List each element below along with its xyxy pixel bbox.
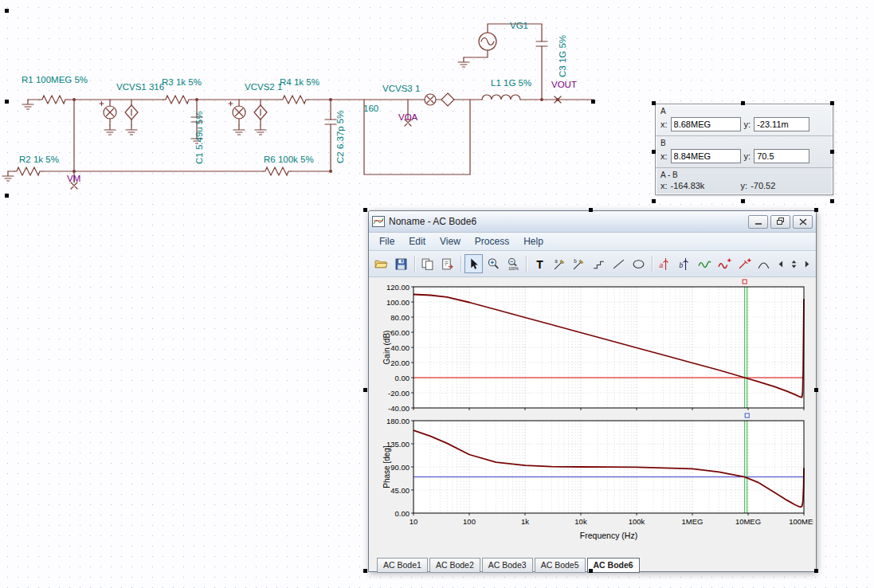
svg-text:0.00: 0.00 [395, 374, 410, 382]
line-button[interactable] [609, 254, 629, 273]
copy-button[interactable] [418, 254, 437, 273]
wire[interactable] [364, 100, 470, 174]
svg-text:Phase [deg]: Phase [deg] [382, 445, 391, 488]
resistor-r2[interactable] [14, 167, 42, 175]
cursor-b-x-input[interactable] [671, 149, 741, 163]
bode-plot[interactable]: 120.00100.0080.0060.0040.0020.000.00-20.… [370, 277, 813, 558]
steps-button[interactable] [590, 254, 609, 273]
resistor-r1[interactable] [40, 96, 68, 104]
zoom-out-100-icon: 100% [507, 257, 520, 271]
svg-text:180.00: 180.00 [386, 417, 410, 425]
resistor-r3[interactable] [163, 96, 191, 104]
selection-handle[interactable] [591, 100, 595, 104]
copy-special-button[interactable] [438, 254, 457, 273]
selection-handle[interactable] [741, 101, 745, 105]
cursor-a-button[interactable]: a [656, 254, 675, 273]
svg-text:a: a [660, 261, 664, 269]
zoom-in-button[interactable] [484, 254, 503, 273]
pen-add-button[interactable] [735, 254, 754, 273]
tab-ac-bode6[interactable]: AC Bode6 [587, 558, 640, 573]
save-button[interactable] [392, 254, 411, 273]
close-button[interactable] [793, 215, 813, 229]
zoom-out-100-button[interactable]: 100% [504, 254, 523, 273]
cursor-a-y-input[interactable] [754, 117, 809, 131]
resistor-r4[interactable] [280, 96, 308, 104]
selection-handle[interactable] [814, 569, 818, 573]
svg-text:0.00: 0.00 [395, 509, 410, 518]
tab-ac-bode5[interactable]: AC Bode5 [535, 558, 586, 573]
ground-symbol[interactable] [22, 100, 33, 109]
titlebar[interactable]: Noname - AC Bode6 [369, 211, 816, 233]
selection-handle[interactable] [741, 199, 745, 203]
wire[interactable] [464, 24, 542, 57]
selection-handle[interactable] [5, 194, 9, 198]
selection-handle[interactable] [830, 199, 834, 203]
svg-text:100%: 100% [508, 267, 519, 271]
ground-symbol[interactable] [104, 125, 116, 135]
spinner-button[interactable] [788, 254, 800, 273]
menu-view[interactable]: View [433, 234, 468, 249]
pin-vm[interactable] [71, 182, 77, 189]
cursor-b-y-input[interactable] [754, 149, 809, 163]
selection-handle[interactable] [652, 150, 656, 154]
selection-handle[interactable] [363, 569, 367, 573]
selection-handle[interactable] [589, 208, 593, 212]
vcvs3-output[interactable] [441, 93, 454, 106]
text-button[interactable]: T [530, 254, 549, 273]
selection-handle[interactable] [814, 388, 818, 392]
restore-button[interactable] [770, 215, 790, 229]
svg-text:1k: 1k [521, 517, 529, 526]
selection-handle[interactable] [5, 9, 9, 13]
selection-handle[interactable] [363, 208, 367, 212]
schematic-canvas[interactable] [0, 0, 613, 207]
cursor-a-icon: a [658, 257, 672, 271]
svg-text:90.00: 90.00 [390, 463, 410, 472]
svg-text:40.00: 40.00 [390, 343, 410, 352]
selection-handle[interactable] [589, 569, 593, 573]
selection-handle[interactable] [5, 100, 9, 104]
schematic-label: 160 [363, 104, 378, 113]
menu-help[interactable]: Help [516, 234, 551, 249]
wave-add-button[interactable] [715, 254, 734, 273]
ellipse-button[interactable] [629, 254, 649, 273]
selection-handle[interactable] [652, 101, 656, 105]
close-icon [799, 218, 807, 225]
selection-handle[interactable] [830, 101, 834, 105]
resistor-r6[interactable] [263, 167, 291, 175]
cursor-b-label: B [660, 139, 828, 147]
ground-symbol[interactable] [2, 171, 14, 181]
pen-a-button[interactable]: a [550, 254, 569, 273]
capacitor-c2[interactable] [325, 120, 336, 124]
next-icon [801, 257, 812, 271]
cursor-a-x-input[interactable] [671, 117, 741, 131]
ground-symbol[interactable] [255, 125, 266, 135]
cursor-b-icon: b [678, 257, 692, 271]
wave-button[interactable] [695, 254, 714, 273]
arc-button[interactable] [754, 254, 774, 273]
selection-handle[interactable] [363, 388, 367, 392]
pen-b-button[interactable]: b [570, 254, 589, 273]
minimize-button[interactable] [748, 215, 768, 229]
ground-symbol[interactable] [126, 125, 137, 135]
tab-ac-bode1[interactable]: AC Bode1 [377, 558, 428, 573]
selection-handle[interactable] [814, 208, 818, 212]
menu-process[interactable]: Process [468, 234, 516, 249]
menu-file[interactable]: File [372, 234, 402, 249]
tab-ac-bode2[interactable]: AC Bode2 [429, 558, 480, 573]
menu-edit[interactable]: Edit [402, 234, 433, 249]
cursor-b-button[interactable]: b [675, 254, 694, 273]
svg-text:120.00: 120.00 [386, 283, 410, 292]
wave-add-icon [718, 257, 731, 271]
next-button[interactable] [801, 254, 813, 273]
open-button[interactable] [372, 254, 391, 273]
selection-handle[interactable] [830, 150, 834, 154]
ground-symbol[interactable] [458, 57, 469, 67]
selection-handle[interactable] [652, 199, 656, 203]
ground-symbol[interactable] [233, 125, 245, 135]
line-icon [612, 257, 625, 271]
pointer-button[interactable] [464, 254, 484, 273]
prev-button[interactable] [775, 254, 787, 273]
inductor-l1[interactable] [482, 95, 520, 100]
capacitor-c3[interactable] [536, 41, 547, 46]
tab-ac-bode3[interactable]: AC Bode3 [482, 558, 533, 573]
